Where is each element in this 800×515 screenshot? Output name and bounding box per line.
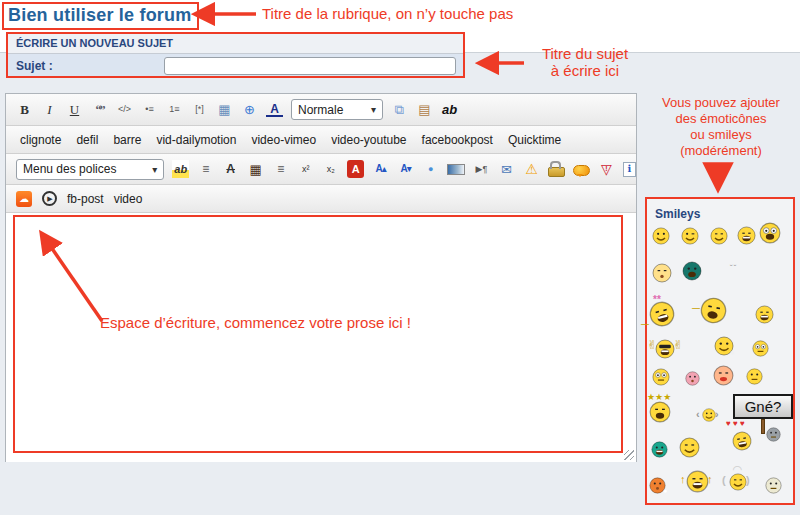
smiley-angel[interactable]: ◠() — [729, 473, 747, 491]
bbcode-vid-dailymotion-button[interactable]: vid-dailymotion — [156, 133, 236, 147]
insert-link-button[interactable]: ⊕ — [241, 101, 258, 119]
bbcode-defil-button[interactable]: defil — [76, 133, 98, 147]
smiley-excited[interactable] — [759, 222, 781, 244]
subject-input[interactable] — [164, 57, 456, 75]
smiley-note-line: des émoticônes — [648, 111, 794, 127]
smiley-monocle[interactable] — [752, 340, 769, 357]
list-item-button[interactable]: [*] — [191, 101, 208, 119]
color-picker-button[interactable]: ● — [422, 160, 439, 178]
highlight-button[interactable]: ab — [172, 160, 189, 178]
warning-bbcode-button[interactable]: ⚠ — [523, 160, 540, 178]
copy-button[interactable]: ⧉ — [391, 101, 408, 119]
bbcode-quicktime-button[interactable]: Quicktime — [508, 133, 561, 147]
ordered-list-button[interactable]: 1≡ — [166, 101, 183, 119]
chevron-down-icon: ▾ — [152, 164, 157, 175]
smiley-wink[interactable] — [681, 227, 699, 245]
smiley-happy-laugh[interactable] — [755, 305, 774, 324]
smiley-gne[interactable] — [766, 427, 781, 442]
smiley-grumpy[interactable] — [746, 368, 763, 385]
bbcode-facebookpost-button[interactable]: facebookpost — [422, 133, 493, 147]
smiley-point[interactable]: ● — [714, 336, 734, 356]
subject-note-line2: à écrire ici — [520, 62, 650, 79]
paste-button[interactable]: ▤ — [416, 101, 433, 119]
smiley-cheer[interactable]: ↑↑ — [686, 470, 709, 493]
justify-button[interactable]: ▦ — [247, 160, 264, 178]
bbcode-video-youtube-button[interactable]: video-youtube — [331, 133, 406, 147]
alert-bbcode-button[interactable]: ▽ — [598, 160, 615, 178]
smiley-rofl[interactable]: — — [700, 297, 727, 324]
code-button[interactable]: </> — [116, 101, 133, 119]
ab-text-button[interactable]: ab — [441, 101, 458, 119]
toolbar-row-1: BIU“”</>•≡1≡[*]▦⊕A Normale ▾ ⧉▤ab — [6, 94, 636, 126]
editor-note: Espace d’écriture, commencez votre prose… — [100, 314, 411, 331]
toolbar-row-2: clignotedefilbarrevid-dailymotionvideo-v… — [6, 126, 636, 154]
subscript-button[interactable]: x₂ — [322, 160, 339, 178]
bbcode-video-button[interactable]: video — [114, 192, 143, 206]
smiley-note-line: (modérément) — [648, 143, 794, 159]
insert-image-button[interactable]: ▦ — [216, 101, 233, 119]
smileys-panel: Smileys Gné? ˘˘**——✌✌●★★★‹›♥ ♥ ♥●↑↑◠() — [645, 197, 795, 505]
smiley-whistle[interactable]: ● — [649, 477, 666, 494]
align-center-button[interactable]: ≡ — [197, 160, 214, 178]
message-textarea[interactable] — [6, 213, 636, 462]
smiley-victory[interactable]: ✌✌ — [655, 339, 675, 359]
strikethrough-button[interactable]: A — [222, 160, 239, 178]
bullet-list-button[interactable]: •≡ — [141, 101, 158, 119]
bold-button[interactable]: B — [16, 101, 33, 119]
smiley-laugh[interactable] — [737, 226, 756, 245]
speech-bubble-button[interactable] — [573, 165, 590, 176]
subject-row: Sujet : — [8, 54, 463, 79]
soundcloud-button[interactable]: ☁ — [16, 191, 32, 207]
smiley-dizzy-stars[interactable]: ★★★ — [649, 401, 671, 423]
smiley-plead[interactable] — [652, 368, 670, 386]
italic-button[interactable]: I — [41, 101, 58, 119]
smiley-teal-grin[interactable] — [651, 441, 668, 458]
increase-font-button[interactable]: A▴ — [372, 160, 389, 178]
info-bbcode-button[interactable]: ℹ — [623, 162, 636, 177]
smiley-giggle[interactable] — [652, 263, 672, 283]
smiley-smile[interactable] — [652, 227, 670, 245]
play-media-button[interactable]: ▶ — [42, 191, 57, 206]
text-direction-button[interactable]: ▶¶ — [473, 160, 490, 178]
gne-sign-smiley[interactable]: Gné? — [733, 394, 793, 419]
format-select[interactable]: Normale ▾ — [291, 99, 383, 120]
font-color-button[interactable]: A — [266, 102, 283, 117]
title-annotation-box: Bien utiliser le forum — [2, 2, 199, 30]
superscript-button[interactable]: x² — [297, 160, 314, 178]
chevron-down-icon: ▾ — [371, 104, 376, 115]
quote-button[interactable]: “” — [91, 101, 108, 119]
smileys-grid: Gné? ˘˘**——✌✌●★★★‹›♥ ♥ ♥●↑↑◠() — [649, 201, 793, 503]
smiley-jump-hearts[interactable]: ♥ ♥ ♥ — [732, 431, 752, 451]
bbcode-barre-button[interactable]: barre — [113, 133, 141, 147]
font-color-red-button[interactable]: A — [347, 160, 364, 178]
smiley-relax[interactable] — [679, 437, 700, 458]
page-title[interactable]: Bien utiliser le forum — [8, 5, 191, 25]
message-area — [6, 213, 636, 462]
smiley-munch[interactable] — [682, 261, 702, 281]
subject-note: Titre du sujet à écrire ici — [520, 45, 650, 79]
smiley-mini[interactable]: ˘˘ — [730, 263, 737, 272]
bbcode-fb-post-button[interactable]: fb-post — [67, 192, 104, 206]
format-select-value: Normale — [298, 103, 343, 117]
horizontal-rule-button[interactable] — [447, 164, 465, 175]
bbcode-video-vimeo-button[interactable]: video-vimeo — [251, 133, 316, 147]
align-right-button[interactable]: ≡ — [272, 160, 289, 178]
resize-handle[interactable] — [624, 450, 634, 460]
font-select[interactable]: Menu des polices ▾ — [16, 159, 164, 180]
underline-button[interactable]: U — [66, 101, 83, 119]
bbcode-clignote-button[interactable]: clignote — [20, 133, 61, 147]
gne-sign-stick — [761, 419, 765, 434]
toolbar-row-4: ☁▶ fb-postvideo — [6, 185, 636, 213]
email-button[interactable]: ✉ — [498, 160, 515, 178]
subject-note-line1: Titre du sujet — [520, 45, 650, 62]
decrease-font-button[interactable]: A▾ — [397, 160, 414, 178]
smiley-content[interactable] — [710, 227, 728, 245]
font-select-value: Menu des polices — [23, 162, 116, 176]
smiley-winged[interactable]: ‹› — [702, 408, 716, 422]
hidden-content-lock-button[interactable] — [548, 167, 565, 177]
smiley-blush[interactable] — [685, 371, 700, 386]
new-topic-box: ÉCRIRE UN NOUVEAU SUJET Sujet : — [6, 32, 465, 78]
smiley-flower-lol[interactable]: **— — [649, 301, 675, 327]
smiley-pale[interactable] — [765, 477, 782, 494]
smiley-kiss[interactable] — [713, 365, 734, 386]
